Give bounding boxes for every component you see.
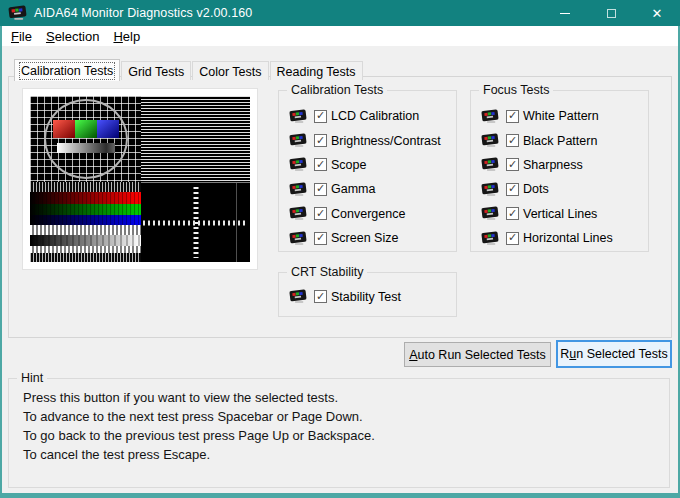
monitor-icon (289, 231, 307, 246)
tab-color-tests[interactable]: Color Tests (192, 61, 268, 80)
checkbox-convergence[interactable]: ✓ (314, 207, 327, 220)
monitor-icon (289, 157, 307, 172)
group-hint: Hint Press this button if you want to vi… (8, 378, 670, 488)
checkbox-white-pattern[interactable]: ✓ (506, 110, 519, 123)
test-pattern-image (30, 96, 250, 262)
button-label: R (560, 347, 569, 361)
hint-line: To go back to the previous test press Pa… (23, 426, 669, 445)
tab-reading-tests[interactable]: Reading Tests (270, 61, 363, 80)
checkbox-horizontal-lines[interactable]: ✓ (506, 232, 519, 245)
pattern-circle (44, 99, 128, 179)
pattern-crosshair-horizontal (143, 220, 248, 225)
check-icon: ✓ (508, 183, 517, 194)
group-title: Calibration Tests (287, 83, 387, 97)
monitor-icon (481, 206, 499, 221)
tab-calibration-tests[interactable]: Calibration Tests (14, 59, 120, 81)
hint-line: To cancel the test press Escape. (23, 445, 669, 464)
checkbox-label: Scope (331, 158, 366, 172)
pattern-grid-circle-quadrant (30, 96, 141, 182)
test-item: ✓ Screen Size (289, 226, 456, 250)
checkbox-label: Stability Test (331, 290, 401, 304)
checkbox-label: Sharpness (523, 158, 583, 172)
group-title: Focus Tests (479, 83, 553, 97)
test-item: ✓ Brightness/Contrast (289, 128, 456, 152)
checkbox-label: LCD Calibration (331, 109, 419, 123)
menu-file[interactable]: File (4, 27, 39, 46)
checkbox-vertical-lines[interactable]: ✓ (506, 207, 519, 220)
maximize-icon (607, 9, 616, 18)
pattern-color-gradient-quadrant (30, 182, 141, 262)
caption-buttons: ✕ (542, 0, 680, 26)
menu-selection-key: S (46, 29, 55, 44)
app-window: AIDA64 Monitor Diagnostics v2.00.160 ✕ F… (0, 0, 680, 498)
checkbox-lcd-calibration[interactable]: ✓ (314, 110, 327, 123)
check-icon: ✓ (316, 232, 325, 243)
menu-help[interactable]: Help (106, 27, 147, 46)
test-item: ✓ Sharpness (481, 153, 648, 177)
app-monitor-icon (8, 5, 27, 21)
tabstrip: Calibration Tests Grid Tests Color Tests… (14, 58, 364, 80)
checkbox-gamma[interactable]: ✓ (314, 183, 327, 196)
pattern-convergence-quadrant (141, 182, 250, 262)
checkbox-screen-size[interactable]: ✓ (314, 232, 327, 245)
close-icon: ✕ (652, 7, 663, 20)
test-item: ✓ Convergence (289, 202, 456, 226)
test-item: ✓ Vertical Lines (481, 202, 648, 226)
test-item: ✓ White Pattern (481, 104, 648, 128)
hint-line: Press this button if you want to view th… (23, 388, 669, 407)
menu-file-rest: ile (19, 29, 32, 44)
tab-label: Color Tests (199, 65, 261, 79)
check-icon: ✓ (508, 135, 517, 146)
checkbox-black-pattern[interactable]: ✓ (506, 134, 519, 147)
tab-label: Reading Tests (277, 65, 356, 79)
tab-label: Grid Tests (128, 65, 184, 79)
check-icon: ✓ (508, 208, 517, 219)
checkbox-label: Black Pattern (523, 134, 597, 148)
checkbox-brightness-contrast[interactable]: ✓ (314, 134, 327, 147)
test-item: ✓ Horizontal Lines (481, 226, 648, 250)
test-item: ✓ LCD Calibration (289, 104, 456, 128)
checkbox-stability-test[interactable]: ✓ (314, 290, 327, 303)
menu-help-rest: elp (123, 29, 140, 44)
monitor-icon (289, 109, 307, 124)
monitor-icon (481, 109, 499, 124)
monitor-icon (481, 182, 499, 197)
menubar: File Selection Help (2, 26, 678, 46)
menu-help-key: H (113, 29, 122, 44)
run-selected-tests-button[interactable]: Run Selected Tests (556, 340, 672, 368)
checkbox-label: Convergence (331, 207, 405, 221)
checkbox-scope[interactable]: ✓ (314, 158, 327, 171)
check-icon: ✓ (316, 135, 325, 146)
check-icon: ✓ (316, 208, 325, 219)
group-crt-stability: CRT Stability ✓ Stability Test (278, 272, 457, 317)
monitor-icon (289, 133, 307, 148)
check-icon: ✓ (508, 110, 517, 121)
check-icon: ✓ (316, 159, 325, 170)
menu-selection[interactable]: Selection (39, 27, 106, 46)
check-icon: ✓ (508, 159, 517, 170)
menu-selection-rest: election (55, 29, 100, 44)
monitor-icon (289, 206, 307, 221)
button-mnemonic: A (409, 348, 417, 362)
tab-label: Calibration Tests (21, 64, 113, 78)
window-frame: File Selection Help Calibration Tests Gr… (0, 26, 680, 498)
checkbox-dots[interactable]: ✓ (506, 183, 519, 196)
tab-grid-tests[interactable]: Grid Tests (121, 61, 191, 80)
pattern-rgb-bars (53, 120, 119, 138)
auto-run-selected-tests-button[interactable]: Auto Run Selected Tests (404, 342, 551, 367)
maximize-button[interactable] (588, 0, 634, 26)
checkbox-label: Vertical Lines (523, 207, 597, 221)
checkbox-label: Screen Size (331, 231, 398, 245)
checkbox-sharpness[interactable]: ✓ (506, 158, 519, 171)
monitor-icon (289, 289, 307, 304)
checkbox-label: Horizontal Lines (523, 231, 613, 245)
test-item: ✓ Dots (481, 177, 648, 201)
check-icon: ✓ (508, 232, 517, 243)
menu-file-key: F (11, 29, 19, 44)
group-title: CRT Stability (287, 265, 367, 279)
check-icon: ✓ (316, 183, 325, 194)
button-label: uto Run Selected Tests (418, 348, 546, 362)
close-button[interactable]: ✕ (634, 0, 680, 26)
minimize-button[interactable] (542, 0, 588, 26)
checkbox-label: White Pattern (523, 109, 599, 123)
